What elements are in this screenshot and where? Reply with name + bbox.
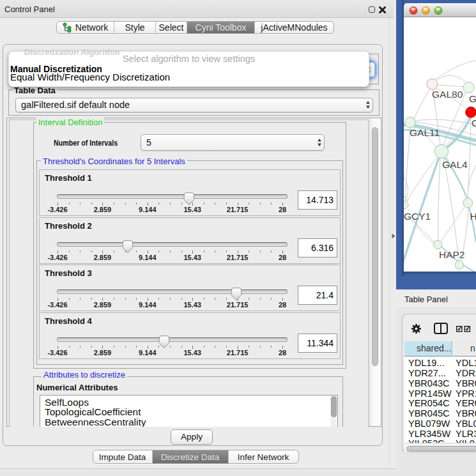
svg-text:GAL80: GAL80: [432, 89, 463, 100]
svg-text:H: H: [470, 211, 476, 222]
svg-text:GAL11: GAL11: [410, 127, 440, 138]
svg-text:GAL4: GAL4: [442, 159, 468, 170]
svg-text:C: C: [472, 118, 476, 128]
svg-text:GCY1: GCY1: [404, 211, 431, 222]
svg-text:GA: GA: [469, 93, 476, 104]
svg-text:HAP2: HAP2: [439, 249, 465, 260]
